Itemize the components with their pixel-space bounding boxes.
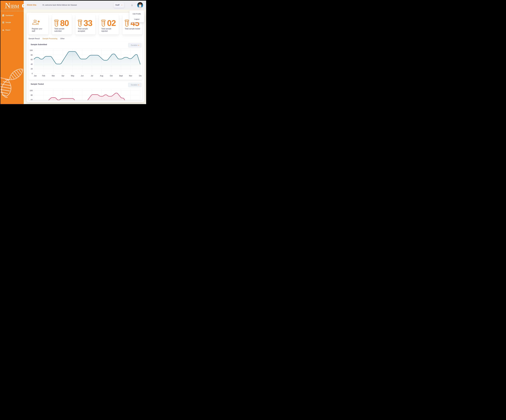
svg-text:100: 100 (30, 49, 33, 51)
svg-text:Nov: Nov (129, 75, 132, 77)
svg-text:May: May (71, 75, 74, 77)
svg-text:80: 80 (31, 94, 33, 96)
svg-text:60: 60 (31, 59, 33, 61)
svg-text:Sept: Sept (119, 75, 123, 77)
svg-text:Jun: Jun (81, 75, 84, 77)
svg-text:100: 100 (30, 90, 33, 92)
svg-text:Apr: Apr (61, 75, 64, 77)
svg-text:Jul: Jul (91, 75, 93, 77)
svg-text:Mar: Mar (52, 75, 55, 77)
svg-text:Feb: Feb (42, 75, 45, 77)
svg-text:80: 80 (31, 54, 33, 56)
svg-text:60: 60 (31, 99, 33, 100)
svg-text:0: 0 (32, 72, 33, 75)
svg-text:Oct: Oct (110, 75, 113, 77)
svg-text:Aug: Aug (100, 75, 103, 77)
svg-text:Jan: Jan (34, 75, 37, 77)
svg-text:40: 40 (31, 63, 33, 65)
svg-text:Dis: Dis (139, 75, 142, 77)
svg-text:20: 20 (31, 68, 33, 70)
